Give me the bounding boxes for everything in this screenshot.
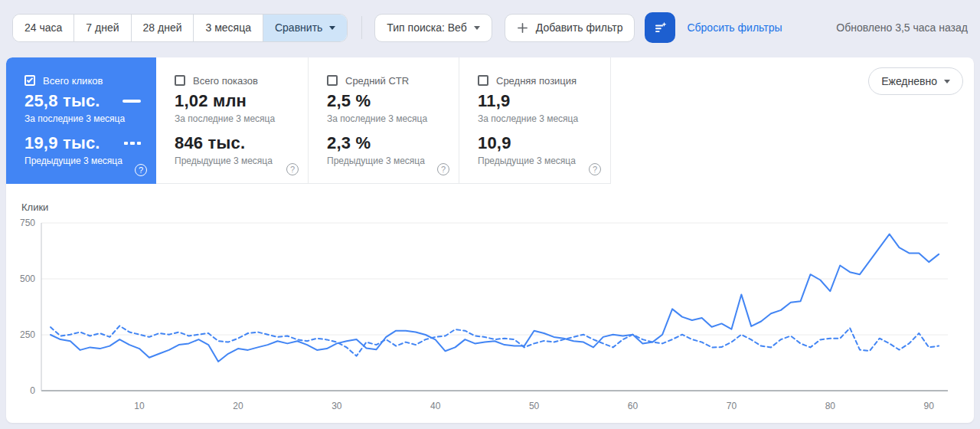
solid-line-legend-icon	[122, 100, 141, 103]
x-tick-label: 80	[825, 401, 836, 411]
tile-total-clicks[interactable]: Всего кликов 25,8 тыс. За последние 3 ме…	[6, 57, 156, 184]
compare-dropdown[interactable]: Сравнить	[263, 15, 347, 41]
plus-icon	[517, 22, 528, 34]
reset-filters-link[interactable]: Сбросить фильтры	[687, 21, 782, 34]
dashed-line-legend-icon	[124, 142, 142, 145]
previous-value-row: 846 тыс.	[175, 133, 297, 153]
current-caption: За последние 3 месяца	[24, 113, 145, 124]
last-updated-text: Обновлено 3,5 часа назад	[836, 21, 968, 34]
toolbar: 24 часа 7 дней 28 дней 3 месяца Сравнить…	[12, 13, 968, 42]
tile-header: Средняя позиция	[478, 74, 599, 87]
range-24h-button[interactable]: 24 часа	[13, 15, 74, 41]
current-caption: За последние 3 месяца	[478, 113, 599, 124]
tile-title: Средняя позиция	[496, 75, 577, 87]
x-tick-label: 40	[430, 401, 441, 411]
x-tick-label: 30	[332, 401, 342, 411]
tile-total-impressions[interactable]: Всего показов 1,02 млн За последние 3 ме…	[156, 57, 309, 184]
current-value-row: 2,5 %	[327, 91, 448, 111]
previous-caption: Предыдущие 3 месяца	[327, 156, 448, 166]
y-tick-label: 500	[20, 273, 35, 284]
current-period-line	[51, 234, 939, 362]
filter-sparkle-icon	[652, 19, 668, 36]
tile-title: Всего кликов	[43, 75, 103, 87]
x-tick-label: 90	[924, 401, 935, 411]
add-filter-label: Добавить фильтр	[536, 21, 623, 34]
chevron-down-icon	[329, 26, 335, 30]
previous-caption: Предыдущие 3 месяца	[24, 156, 145, 166]
help-icon[interactable]: ?	[135, 164, 147, 176]
x-tick-label: 60	[628, 401, 639, 411]
previous-value-row: 19,9 тыс.	[24, 133, 145, 153]
smart-filters-button[interactable]	[645, 12, 675, 43]
current-value-row: 25,8 тыс.	[24, 91, 145, 111]
help-icon[interactable]: ?	[589, 163, 601, 175]
tile-header: Всего показов	[175, 74, 297, 87]
toolbar-divider	[361, 16, 362, 39]
previous-value: 846 тыс.	[175, 133, 245, 153]
x-tick-label: 20	[233, 401, 243, 411]
current-value: 2,5 %	[327, 91, 371, 111]
current-value-row: 1,02 млн	[175, 91, 297, 111]
tile-header: Всего кликов	[24, 74, 145, 87]
y-tick-label: 0	[30, 385, 35, 396]
check-icon	[27, 77, 33, 83]
checkbox-unchecked[interactable]	[175, 75, 185, 86]
tile-average-position[interactable]: Средняя позиция 11,9 За последние 3 меся…	[459, 57, 611, 184]
search-type-label: Тип поиска: Веб	[387, 21, 466, 34]
add-filter-button[interactable]: Добавить фильтр	[505, 14, 635, 42]
metric-tiles: Всего кликов 25,8 тыс. За последние 3 ме…	[6, 57, 611, 184]
clicks-line-chart: 0250500750102030405060708090	[6, 209, 974, 418]
range-7d-button[interactable]: 7 дней	[74, 15, 131, 41]
checkbox-checked[interactable]	[24, 75, 35, 86]
current-value: 25,8 тыс.	[24, 91, 100, 111]
tile-title: Средний CTR	[345, 75, 409, 87]
x-tick-label: 10	[134, 401, 145, 411]
current-caption: За последние 3 месяца	[175, 113, 297, 124]
help-icon[interactable]: ?	[437, 163, 449, 175]
previous-value: 19,9 тыс.	[24, 133, 100, 153]
current-value: 11,9	[478, 91, 510, 111]
x-tick-label: 50	[529, 401, 540, 411]
search-type-dropdown[interactable]: Тип поиска: Веб	[374, 14, 492, 42]
checkbox-unchecked[interactable]	[327, 75, 338, 86]
date-range-group: 24 часа 7 дней 28 дней 3 месяца Сравнить	[12, 14, 348, 42]
chevron-down-icon	[474, 26, 480, 30]
tile-title: Всего показов	[193, 75, 258, 87]
performance-panel: Всего кликов 25,8 тыс. За последние 3 ме…	[6, 57, 974, 423]
tile-average-ctr[interactable]: Средний CTR 2,5 % За последние 3 месяца …	[309, 57, 459, 184]
previous-value: 2,3 %	[327, 133, 371, 153]
range-3m-button[interactable]: 3 месяца	[194, 15, 263, 41]
x-tick-label: 70	[727, 401, 737, 411]
previous-caption: Предыдущие 3 месяца	[175, 156, 297, 166]
y-tick-label: 750	[20, 218, 35, 228]
previous-caption: Предыдущие 3 месяца	[478, 156, 599, 166]
granularity-label: Ежедневно	[881, 75, 937, 87]
previous-value: 10,9	[478, 133, 511, 153]
tile-header: Средний CTR	[327, 74, 448, 87]
compare-label: Сравнить	[275, 21, 322, 34]
y-tick-label: 250	[20, 329, 35, 340]
previous-value-row: 2,3 %	[327, 133, 448, 153]
help-icon[interactable]: ?	[286, 163, 299, 175]
checkbox-unchecked[interactable]	[478, 75, 488, 86]
chevron-down-icon	[944, 80, 950, 84]
range-28d-button[interactable]: 28 дней	[132, 15, 194, 41]
current-caption: За последние 3 месяца	[327, 113, 448, 124]
current-value: 1,02 млн	[175, 91, 247, 111]
previous-value-row: 10,9	[478, 133, 599, 153]
granularity-dropdown[interactable]: Ежедневно	[868, 67, 963, 95]
current-value-row: 11,9	[478, 91, 599, 111]
